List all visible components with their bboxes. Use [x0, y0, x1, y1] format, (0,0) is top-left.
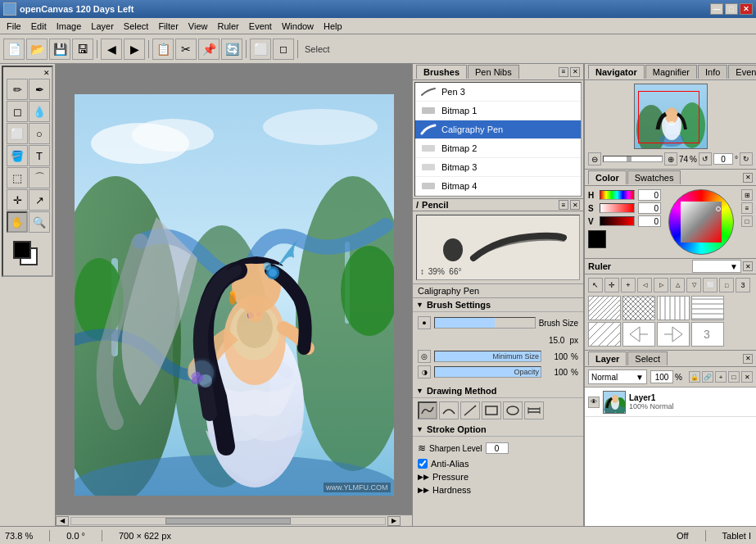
brush-size-bar[interactable] — [434, 317, 536, 329]
tool-eraser[interactable]: ◻ — [7, 101, 28, 122]
ruler-dropdown[interactable]: ▼ — [692, 260, 741, 273]
ruler-btn-triangle-l[interactable]: ◁ — [637, 278, 652, 292]
ruler-btn-import[interactable]: □ — [719, 278, 734, 292]
brush-bitmap4[interactable]: Bitmap 4 — [415, 177, 581, 196]
ruler-btn-triangle-u[interactable]: △ — [670, 278, 685, 292]
layer-icon-1[interactable]: 🔒 — [689, 371, 700, 383]
brush-settings-header[interactable]: ▼ Brush Settings — [413, 298, 583, 312]
toolbox-close[interactable]: ✕ — [5, 69, 50, 77]
ruler-pattern-7[interactable] — [657, 322, 690, 347]
tab-select[interactable]: Select — [627, 351, 668, 365]
ruler-pattern-8[interactable]: 3 — [691, 322, 724, 347]
scroll-left[interactable]: ◀ — [56, 516, 69, 526]
canvas-image[interactable]: www.YLMFU.COM — [75, 94, 394, 496]
ruler-pattern-4[interactable] — [691, 296, 724, 320]
toolbar-prev[interactable]: ◀ — [101, 39, 122, 60]
min-size-bar[interactable]: Minimum Size — [434, 351, 541, 362]
layer-icon-4[interactable]: □ — [728, 371, 740, 383]
opacity-bar[interactable]: Opacity — [434, 366, 541, 378]
stroke-option-header[interactable]: ▼ Stroke Option — [413, 423, 583, 437]
antialias-checkbox[interactable] — [418, 459, 428, 469]
tool-pencil[interactable]: ✏ — [7, 79, 28, 100]
toolbar-cut[interactable]: ✂ — [175, 39, 197, 60]
nav-angle-input[interactable] — [713, 153, 733, 165]
h-scrollbar[interactable]: ◀ ▶ — [56, 515, 412, 526]
brush-panel-close[interactable]: ✕ — [570, 67, 580, 77]
hsv-s-value[interactable]: 0 — [638, 202, 661, 214]
color-icon-3[interactable]: □ — [741, 215, 753, 227]
toolbar-rotate[interactable]: 🔄 — [221, 39, 242, 60]
tab-swatches[interactable]: Swatches — [627, 170, 681, 184]
hsv-v-bar[interactable] — [600, 216, 635, 226]
menu-view[interactable]: View — [183, 20, 213, 33]
min-size-icon[interactable]: ◎ — [418, 350, 431, 363]
toolbar-new[interactable]: 📄 — [3, 39, 25, 60]
tab-layer[interactable]: Layer — [588, 351, 627, 365]
toolbar-open[interactable]: 📂 — [26, 39, 48, 60]
brush-caligraphy[interactable]: Caligraphy Pen — [415, 120, 581, 139]
layer-icon-3[interactable]: + — [715, 371, 727, 383]
ruler-btn-snap[interactable]: 3 — [736, 278, 750, 292]
pencil-close[interactable]: ✕ — [570, 200, 580, 210]
draw-btn-rect[interactable] — [482, 401, 501, 419]
hsv-s-bar[interactable] — [600, 203, 635, 213]
tool-ellipse[interactable]: ○ — [29, 123, 50, 144]
nav-rotate-left[interactable]: ↺ — [699, 152, 712, 165]
draw-btn-freehand[interactable] — [418, 401, 437, 419]
menu-edit[interactable]: Edit — [26, 20, 52, 33]
menu-layer[interactable]: Layer — [86, 20, 119, 33]
nav-rotate-right[interactable]: ↻ — [740, 152, 753, 165]
minimize-button[interactable]: — — [710, 3, 723, 15]
color-wheel[interactable] — [668, 189, 734, 255]
brush-bitmap2[interactable]: Bitmap 2 — [415, 139, 581, 158]
menu-file[interactable]: File — [2, 20, 26, 33]
color-icon-1[interactable]: ⊞ — [741, 189, 753, 201]
tool-move[interactable]: ✛ — [7, 189, 28, 211]
layer-item-1[interactable]: 👁 Layer1 10 — [585, 388, 756, 417]
ruler-pattern-3[interactable] — [657, 296, 690, 320]
h-scroll-thumb[interactable] — [165, 518, 291, 524]
tool-select-rect[interactable]: ⬚ — [7, 167, 28, 188]
menu-filter[interactable]: Filter — [153, 20, 183, 33]
layer-icon-5[interactable]: ✕ — [741, 371, 753, 383]
draw-btn-parallel[interactable] — [524, 401, 544, 419]
ruler-pattern-1[interactable] — [588, 296, 621, 320]
color-foreground[interactable] — [13, 241, 31, 259]
tool-hand[interactable]: ✋ — [7, 211, 28, 233]
pressure-row[interactable]: ▶▶ Pressure — [413, 470, 583, 483]
tool-select-lasso[interactable]: ⌒ — [29, 167, 50, 188]
brush-size-icon[interactable]: ● — [418, 316, 431, 329]
tab-event[interactable]: Event — [728, 65, 756, 79]
hsv-h-bar[interactable] — [600, 190, 635, 200]
brush-bitmap1[interactable]: Bitmap 1 — [415, 102, 581, 120]
layer-blend-dropdown[interactable]: Normal ▼ — [588, 369, 647, 384]
brush-bitmap3[interactable]: Bitmap 3 — [415, 158, 581, 177]
ruler-btn-triangle-r[interactable]: ▷ — [654, 278, 668, 292]
menu-image[interactable]: Image — [52, 20, 87, 33]
hsv-h-value[interactable]: 0 — [638, 189, 661, 201]
layer-icon-2[interactable]: 🔗 — [702, 371, 713, 383]
toolbar-save-as[interactable]: 🖫 — [72, 39, 93, 60]
layer-close[interactable]: ✕ — [743, 354, 753, 364]
scroll-right[interactable]: ▶ — [387, 516, 401, 526]
sharpen-value[interactable]: 0 — [486, 442, 509, 454]
ruler-btn-triangle-d[interactable]: ▽ — [686, 278, 701, 292]
color-sample-swatch[interactable] — [588, 230, 606, 248]
tab-color[interactable]: Color — [588, 170, 627, 184]
hsv-v-value[interactable]: 0 — [638, 215, 661, 227]
nav-zoom-slider[interactable] — [603, 156, 663, 162]
tool-zoom[interactable]: 🔍 — [29, 211, 50, 233]
toolbar-copy[interactable]: 📋 — [152, 39, 174, 60]
brush-panel-menu[interactable]: ≡ — [559, 67, 568, 77]
layer-opacity-value[interactable]: 100 — [650, 370, 673, 383]
nav-zoom-out[interactable]: ⊖ — [588, 152, 601, 165]
tool-rect[interactable]: ⬜ — [7, 123, 28, 144]
layer-eye-1[interactable]: 👁 — [588, 397, 600, 408]
ruler-btn-move[interactable]: ✛ — [604, 278, 619, 292]
tab-magnifier[interactable]: Magnifier — [645, 65, 697, 79]
tab-pen-nibs[interactable]: Pen Nibs — [468, 65, 519, 79]
toolbar-select-rect[interactable]: ⬜ — [250, 39, 271, 60]
toolbar-save[interactable]: 💾 — [49, 39, 70, 60]
draw-btn-curve[interactable] — [439, 401, 459, 419]
menu-help[interactable]: Help — [319, 20, 347, 33]
